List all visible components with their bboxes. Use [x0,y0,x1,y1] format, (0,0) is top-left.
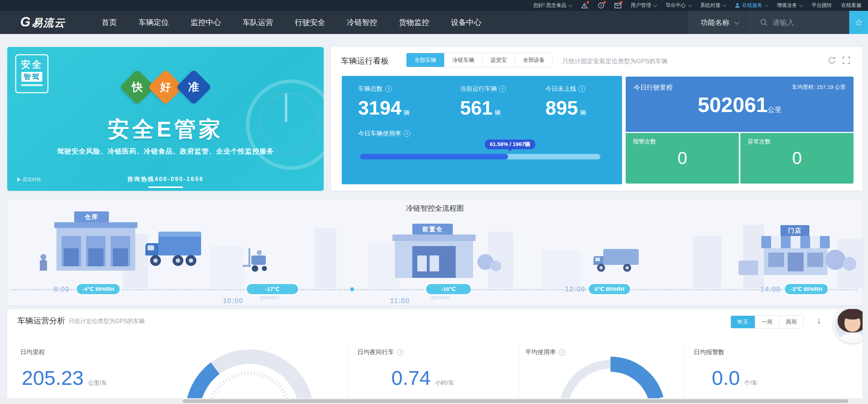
greeting-label: 您好! 思念食品 [533,2,566,9]
logo-g-icon: G [20,14,30,30]
truck-icon [592,247,641,276]
divider [348,343,349,404]
info-icon[interactable] [404,130,410,137]
vehicle-kanban-panel: 车辆运行看板 全部车辆 冷链车辆 追货宝 全部设备 只统计固定安装定位类型为GP… [331,47,863,191]
info-icon[interactable] [397,349,404,356]
menu-online-service[interactable]: 在线服务 [735,2,767,9]
stat-total-vehicles: 车辆总数 3194辆 [358,85,409,119]
function-name-select[interactable]: 功能名称 [688,11,751,34]
usage-gauge [549,352,672,404]
skyline-block [210,246,244,288]
nav-menu: 首页 车辆定位 监控中心 车队运营 行驶安全 冷链智控 货物监控 设备中心 [91,11,492,34]
tab-cargo-tracker[interactable]: 追货宝 [482,53,515,67]
skyline-block [693,236,722,288]
assistant-avatar[interactable] [834,309,863,343]
tree [843,257,856,271]
flow-title: 冷链智控全流程图 [7,203,863,213]
chevron-down-icon [688,3,692,7]
refresh-icon[interactable] [827,56,837,65]
topbar: 您好! 思念食品 用户管理 导出中心 系统对接 在线服务 增值业务 平台跳转 在… [0,0,868,11]
nav-item-fleet-operation[interactable]: 车队运营 [232,11,284,34]
timeline-time: 10:00 [223,297,243,305]
tree [490,261,501,271]
nav-item-cold-chain[interactable]: 冷链智控 [336,11,388,34]
forward-warehouse-roof [392,235,476,241]
info-icon[interactable] [579,86,585,92]
range-two-weeks[interactable]: 两周 [779,316,803,328]
menu-system-integration[interactable]: 系统对接 [700,2,726,9]
info-icon[interactable] [499,86,506,92]
banner-hotline: 咨询热线400-090-1656 [7,176,324,183]
analysis-note: 只统计定位类型为GPS的车辆 [69,318,145,325]
metric-daily-mileage-value: 205.23公里/车 [22,366,107,390]
brand-watermark: 易流科技 [17,176,41,183]
info-icon[interactable] [385,86,392,92]
warehouse-sign: 仓库 [74,211,109,222]
horizontal-scrollbar-track[interactable] [0,398,868,404]
metric-night-driving-value: 0.74小时/车 [391,366,454,390]
nav-item-monitor-center[interactable]: 监控中心 [180,11,232,34]
menu-platform-jump[interactable]: 平台跳转 [812,2,832,9]
tab-coldchain-vehicles[interactable]: 冷链车辆 [444,53,482,67]
menu-value-added[interactable]: 增值业务 [777,2,802,9]
temp-sub: 80%RH [431,295,450,301]
range-yesterday[interactable]: 昨天 [731,316,755,328]
skyline-block [542,250,580,288]
promo-banner[interactable]: 安全 智驾 快 好 准 安全E管家 驾驶安全风险、冷链医药、冷链食品、政府监管、… [7,47,324,191]
nav-item-device-center[interactable]: 设备中心 [440,11,492,34]
notification-badge [620,1,622,4]
menu-export-center[interactable]: 导出中心 [665,2,691,9]
menu-online-support[interactable]: 在线客服 [841,2,861,9]
chevron-down-icon [653,3,657,7]
banner-title: 安全E管家 [7,115,324,144]
chevron-down-icon [799,3,803,7]
temp-pill: 0℃ 85%RH [589,284,630,294]
forklift-icon [241,248,275,275]
alarm-count-card: 报警次数 0 [626,133,739,184]
alarm-warning-icon[interactable] [581,2,588,9]
temp-pill: -3℃ 85%RH [785,284,828,294]
horizontal-scrollbar-thumb[interactable] [183,399,848,403]
favorite-star-button[interactable]: ☆ [849,11,868,34]
brand-triangle-icon [17,177,21,182]
worker-person [41,254,46,260]
range-one-week[interactable]: 一周 [755,316,779,328]
info-notice-icon[interactable] [597,2,605,9]
message-mail-icon[interactable] [614,2,621,9]
tab-all-vehicles[interactable]: 全部车辆 [407,53,444,67]
nav-item-cargo-monitor[interactable]: 货物监控 [388,11,440,34]
account-greeting[interactable]: 您好! 思念食品 [533,2,571,9]
usage-rate-badge: 61.58% / 1967辆 [485,139,535,149]
kanban-note: 只统计固定安装定位类型为GPS的车辆 [562,57,668,65]
menu-user-management[interactable]: 用户管理 [631,2,656,9]
divider [519,343,519,404]
notification-badge [587,1,589,4]
hotline-underline [148,186,183,188]
avg-mileage-label: 车均里程: 157.19 公里 [792,84,846,91]
store-sign: 门店 [780,225,809,236]
stat-offline-today: 今日未上线 895辆 [545,85,586,119]
logo[interactable]: G 易流云 [20,14,65,30]
banner-subtitle: 驾驶安全风险、冷链医药、冷链食品、政府监管、企业个性监控服务 [7,147,324,156]
today-mileage-card: 今日行驶里程 车均里程: 157.19 公里 502061公里 [626,77,854,132]
temp-pill: -17℃ [247,284,298,294]
avatar-body [841,332,863,343]
warehouse-body [56,228,135,271]
skyline-block [315,228,336,288]
metric-night-driving-label: 日均夜间行车 [357,348,404,356]
nav-item-home[interactable]: 首页 [91,11,128,34]
diamond-row: 快 好 准 [7,74,324,100]
nav-item-vehicle-location[interactable]: 车辆定位 [128,11,180,34]
chevron-down-icon [569,3,573,7]
tab-all-devices[interactable]: 全部设备 [515,53,553,67]
search-input[interactable] [772,18,827,27]
temp-sub: 85%RH [260,295,279,301]
chevron-down-icon [765,3,769,7]
truck-icon [145,229,204,272]
diamond-accurate: 准 [176,69,212,105]
nav-item-driving-safety[interactable]: 行驶安全 [284,11,336,34]
fullscreen-icon[interactable] [842,56,851,65]
store-body [764,248,827,275]
download-icon[interactable]: ↓ [817,315,821,326]
timeline-time: 11:00 [390,297,410,305]
